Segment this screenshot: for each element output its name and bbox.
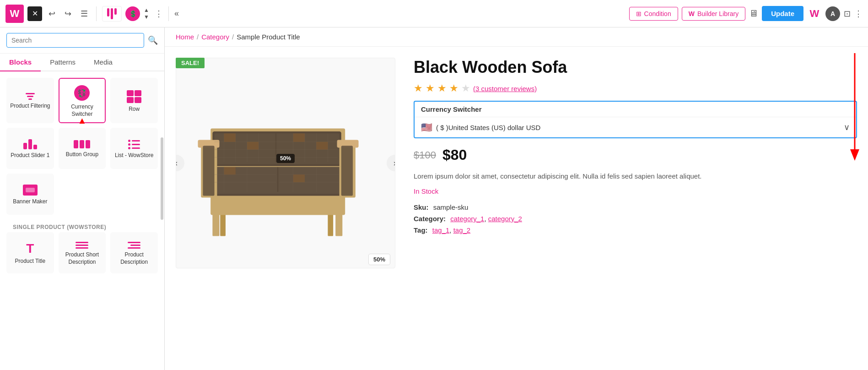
block-product-short-desc[interactable]: Product Short Description xyxy=(59,232,106,273)
blocks-row-1: Product Filtering 💱 Currency Switcher ▲ xyxy=(6,78,158,123)
block-button-group[interactable]: Button Group xyxy=(59,128,106,169)
currency-dropdown[interactable]: 🇺🇸 ( $ )United States (US) dollar USD ∨ xyxy=(415,117,856,137)
split-view-button[interactable]: ⊡ xyxy=(844,9,851,19)
bar2 xyxy=(111,8,113,19)
breadcrumb-home[interactable]: Home xyxy=(176,33,194,41)
category-row: Category: category_1, category_2 xyxy=(414,215,857,223)
history-button[interactable]: ☰ xyxy=(78,7,91,21)
builder-logo-icon: W xyxy=(689,10,695,17)
builder-library-label: Builder Library xyxy=(697,10,739,17)
category-values: category_1, category_2 xyxy=(450,215,522,223)
breadcrumb-category[interactable]: Category xyxy=(201,33,229,41)
block-product-description-label: Product Description xyxy=(113,251,155,266)
tab-patterns[interactable]: Patterns xyxy=(41,54,85,71)
star-2: ★ xyxy=(426,82,435,94)
main-area: 🔍 Blocks Patterns Media xyxy=(0,27,868,370)
coin-icon[interactable]: 💲 xyxy=(125,6,140,21)
block-product-slider-label: Product Slider 1 xyxy=(11,152,49,159)
block-currency-switcher[interactable]: 💱 Currency Switcher ▲ xyxy=(59,78,106,123)
svg-rect-32 xyxy=(316,142,328,150)
collapse-panel-button[interactable]: « xyxy=(174,9,179,18)
single-product-row: T Product Title Product Short Descriptio… xyxy=(6,232,158,273)
widget-icon-group[interactable] xyxy=(102,6,122,22)
block-product-title[interactable]: T Product Title xyxy=(6,232,54,273)
image-next-button[interactable]: › xyxy=(387,155,395,171)
category-1-link[interactable]: category_1 xyxy=(450,215,484,223)
short-desc-icon xyxy=(75,242,88,249)
product-info: Black Wooden Sofa ★ ★ ★ ★ ★ (3 customer … xyxy=(414,58,857,359)
svg-rect-30 xyxy=(247,142,259,150)
search-input[interactable] xyxy=(6,33,144,48)
product-description-text: Lorem ipsum dolor sit amet, consectetur … xyxy=(414,171,857,182)
block-currency-switcher-label: Currency Switcher xyxy=(62,103,102,118)
product-rating: ★ ★ ★ ★ ★ (3 customer reviews) xyxy=(414,82,857,94)
star-1: ★ xyxy=(414,82,423,94)
tag-values: tag_1, tag_2 xyxy=(432,226,470,234)
block-banner-maker[interactable]: Banner Maker xyxy=(6,174,54,215)
block-row[interactable]: Row xyxy=(110,78,158,123)
product-image-area: SALE! ⤢ xyxy=(176,58,395,359)
block-product-short-desc-label: Product Short Description xyxy=(62,251,103,266)
image-prev-button[interactable]: ‹ xyxy=(176,155,184,171)
blocks-row-2: Product Slider 1 Button Group xyxy=(6,128,158,169)
collapse-arrows[interactable]: ▲ ▼ xyxy=(144,7,149,20)
left-panel: 🔍 Blocks Patterns Media xyxy=(0,27,165,370)
row-icon xyxy=(127,90,141,103)
tab-blocks[interactable]: Blocks xyxy=(0,54,41,71)
block-banner-maker-label: Banner Maker xyxy=(13,198,47,206)
currency-option-text: ( $ )United States (US) dollar USD xyxy=(436,124,540,131)
block-product-filtering[interactable]: Product Filtering xyxy=(6,78,54,123)
star-3: ★ xyxy=(437,82,447,94)
product-title: Black Wooden Sofa xyxy=(414,58,857,77)
product-image-wrapper: ‹ › 50% 50% xyxy=(176,58,395,268)
undo-button[interactable]: ↩ xyxy=(46,7,58,21)
blocks-grid: Product Filtering 💱 Currency Switcher ▲ xyxy=(0,71,164,370)
search-button[interactable]: 🔍 xyxy=(148,35,158,45)
block-list-wowstore-label: List - WowStore xyxy=(115,152,153,159)
svg-rect-16 xyxy=(203,146,214,196)
redo-button[interactable]: ↪ xyxy=(62,7,74,21)
tab-media[interactable]: Media xyxy=(85,54,122,71)
close-button[interactable]: ✕ xyxy=(27,6,42,21)
currency-switcher-box: Currency Switcher 🇺🇸 ( $ )United States … xyxy=(414,101,857,138)
user-avatar[interactable]: A xyxy=(825,6,840,21)
sale-badge: SALE! xyxy=(176,58,205,68)
svg-rect-29 xyxy=(224,133,236,141)
product-title-icon: T xyxy=(26,242,34,255)
star-5: ★ xyxy=(461,82,470,94)
sku-value: sample-sku xyxy=(433,203,469,211)
tag-1-link[interactable]: tag_1 xyxy=(432,226,450,234)
tag-row: Tag: tag_1, tag_2 xyxy=(414,226,857,234)
block-list-wowstore[interactable]: List - WowStore xyxy=(110,128,158,169)
breadcrumb-sep1: / xyxy=(197,33,199,41)
scrollbar[interactable] xyxy=(161,137,163,220)
tag-2-link[interactable]: tag_2 xyxy=(453,226,471,234)
separator xyxy=(96,6,97,21)
condition-button[interactable]: ⊞ Condition xyxy=(629,7,678,21)
preview-button[interactable]: 🖥 xyxy=(749,8,758,19)
builder-library-button[interactable]: W Builder Library xyxy=(682,7,745,21)
price-row: $100 $80 xyxy=(414,147,857,163)
sku-row: Sku: sample-sku xyxy=(414,203,857,211)
sku-label: Sku: xyxy=(414,203,429,211)
canvas-area: Home / Category / Sample Product Title S… xyxy=(165,27,868,370)
section-label-single-product: SINGLE PRODUCT (WOWSTORE) xyxy=(6,219,158,232)
banner-icon xyxy=(23,185,38,196)
wowstore-logo: W xyxy=(5,5,24,23)
search-bar: 🔍 xyxy=(0,27,164,54)
block-product-slider[interactable]: Product Slider 1 xyxy=(6,128,54,169)
wowstore-logo-2: W xyxy=(807,6,822,21)
stock-status: In Stock xyxy=(414,187,857,195)
panel-tabs: Blocks Patterns Media xyxy=(0,54,164,71)
svg-rect-17 xyxy=(341,146,353,196)
reviews-link[interactable]: (3 customer reviews) xyxy=(473,85,537,92)
category-2-link[interactable]: category_2 xyxy=(488,215,522,223)
list-icon xyxy=(128,140,140,149)
block-product-description[interactable]: Product Description xyxy=(110,232,158,273)
slider-icon xyxy=(23,139,37,149)
extra-options-button[interactable]: ⋮ xyxy=(854,9,863,19)
breadcrumb-sep2: / xyxy=(232,33,234,41)
more-options-button[interactable]: ⋮ xyxy=(155,9,163,19)
breadcrumb-current: Sample Product Title xyxy=(237,33,300,41)
update-button[interactable]: Update xyxy=(762,6,803,21)
